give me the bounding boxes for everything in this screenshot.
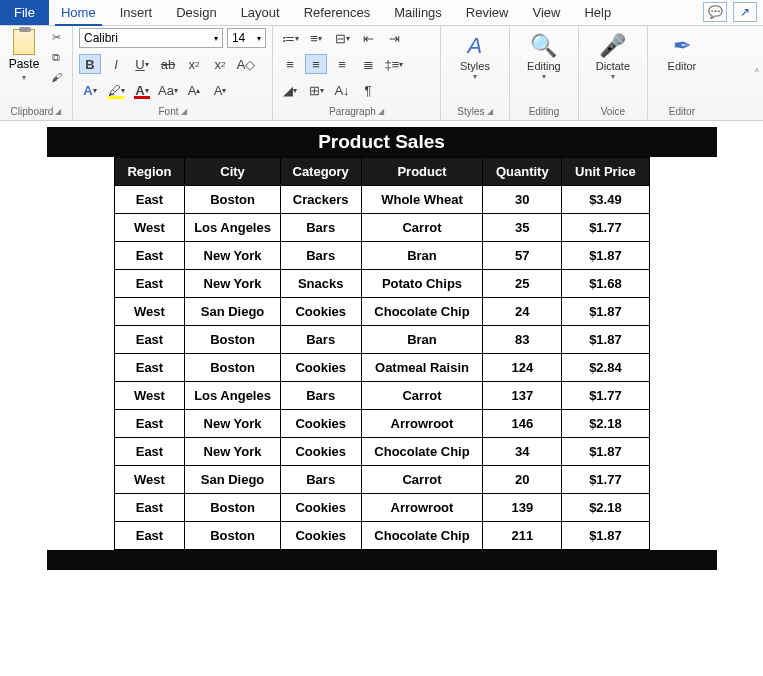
dictate-button[interactable]: 🎤 Dictate ▾ bbox=[585, 28, 641, 81]
justify-button[interactable]: ≣ bbox=[357, 54, 379, 74]
table-cell[interactable]: Carrot bbox=[361, 214, 483, 242]
table-cell[interactable]: 139 bbox=[483, 494, 562, 522]
table-cell[interactable]: $2.18 bbox=[562, 494, 649, 522]
table-cell[interactable]: Boston bbox=[185, 186, 280, 214]
table-cell[interactable]: Cookies bbox=[280, 298, 361, 326]
table-row[interactable]: WestSan DiegoCookiesChocolate Chip24$1.8… bbox=[114, 298, 649, 326]
increase-indent-button[interactable]: ⇥ bbox=[383, 28, 405, 48]
table-cell[interactable]: 34 bbox=[483, 438, 562, 466]
table-cell[interactable]: Boston bbox=[185, 522, 280, 550]
table-cell[interactable]: Bars bbox=[280, 382, 361, 410]
shrink-font-button[interactable]: A▾ bbox=[209, 80, 231, 100]
table-row[interactable]: EastBostonCookiesArrowroot139$2.18 bbox=[114, 494, 649, 522]
table-cell[interactable]: Los Angeles bbox=[185, 214, 280, 242]
table-cell[interactable]: $3.49 bbox=[562, 186, 649, 214]
underline-button[interactable]: U▾ bbox=[131, 54, 153, 74]
tab-layout[interactable]: Layout bbox=[229, 0, 292, 25]
table-cell[interactable]: $1.77 bbox=[562, 214, 649, 242]
table-cell[interactable]: New York bbox=[185, 438, 280, 466]
table-cell[interactable]: Los Angeles bbox=[185, 382, 280, 410]
table-cell[interactable]: Chocolate Chip bbox=[361, 438, 483, 466]
table-cell[interactable]: West bbox=[114, 466, 185, 494]
font-color-button[interactable]: A▾ bbox=[131, 80, 153, 100]
table-row[interactable]: EastNew YorkBarsBran57$1.87 bbox=[114, 242, 649, 270]
table-cell[interactable]: New York bbox=[185, 242, 280, 270]
comments-icon[interactable]: 💬 bbox=[703, 2, 727, 22]
align-center-button[interactable]: ≡ bbox=[305, 54, 327, 74]
change-case-button[interactable]: Aa▾ bbox=[157, 80, 179, 100]
strikethrough-button[interactable]: ab bbox=[157, 54, 179, 74]
line-spacing-button[interactable]: ‡≡▾ bbox=[383, 54, 405, 74]
table-cell[interactable]: Cookies bbox=[280, 410, 361, 438]
table-cell[interactable]: Potato Chips bbox=[361, 270, 483, 298]
table-cell[interactable]: Arrowroot bbox=[361, 410, 483, 438]
tab-mailings[interactable]: Mailings bbox=[382, 0, 454, 25]
table-cell[interactable]: $1.68 bbox=[562, 270, 649, 298]
table-cell[interactable]: New York bbox=[185, 270, 280, 298]
table-cell[interactable]: Cookies bbox=[280, 354, 361, 382]
sort-button[interactable]: A↓ bbox=[331, 80, 353, 100]
table-row[interactable]: EastBostonCrackersWhole Wheat30$3.49 bbox=[114, 186, 649, 214]
tab-help[interactable]: Help bbox=[572, 0, 623, 25]
table-cell[interactable]: $1.87 bbox=[562, 298, 649, 326]
table-cell[interactable]: $2.18 bbox=[562, 410, 649, 438]
table-cell[interactable]: Bars bbox=[280, 326, 361, 354]
table-cell[interactable]: Carrot bbox=[361, 466, 483, 494]
grow-font-button[interactable]: A▴ bbox=[183, 80, 205, 100]
table-cell[interactable]: 137 bbox=[483, 382, 562, 410]
subscript-button[interactable]: x2 bbox=[183, 54, 205, 74]
table-cell[interactable]: 20 bbox=[483, 466, 562, 494]
show-marks-button[interactable]: ¶ bbox=[357, 80, 379, 100]
table-cell[interactable]: Bars bbox=[280, 466, 361, 494]
align-right-button[interactable]: ≡ bbox=[331, 54, 353, 74]
superscript-button[interactable]: x2 bbox=[209, 54, 231, 74]
tab-home[interactable]: Home bbox=[49, 0, 108, 25]
align-left-button[interactable]: ≡ bbox=[279, 54, 301, 74]
table-cell[interactable]: 24 bbox=[483, 298, 562, 326]
table-row[interactable]: EastBostonCookiesChocolate Chip211$1.87 bbox=[114, 522, 649, 550]
table-cell[interactable]: Boston bbox=[185, 326, 280, 354]
table-cell[interactable]: $1.87 bbox=[562, 438, 649, 466]
editor-button[interactable]: ✒ Editor bbox=[654, 28, 710, 72]
table-cell[interactable]: 211 bbox=[483, 522, 562, 550]
tab-file[interactable]: File bbox=[0, 0, 49, 25]
font-size-combo[interactable]: 14▾ bbox=[227, 28, 266, 48]
table-row[interactable]: WestLos AngelesBarsCarrot35$1.77 bbox=[114, 214, 649, 242]
table-cell[interactable]: $1.77 bbox=[562, 382, 649, 410]
table-row[interactable]: WestSan DiegoBarsCarrot20$1.77 bbox=[114, 466, 649, 494]
table-row[interactable]: EastBostonCookiesOatmeal Raisin124$2.84 bbox=[114, 354, 649, 382]
tab-review[interactable]: Review bbox=[454, 0, 521, 25]
table-cell[interactable]: Cookies bbox=[280, 522, 361, 550]
table-cell[interactable]: East bbox=[114, 326, 185, 354]
dialog-launcher-icon[interactable]: ◢ bbox=[55, 107, 61, 116]
table-cell[interactable]: West bbox=[114, 382, 185, 410]
table-cell[interactable]: Boston bbox=[185, 354, 280, 382]
text-effects-button[interactable]: A▾ bbox=[79, 80, 101, 100]
dialog-launcher-icon[interactable]: ◢ bbox=[378, 107, 384, 116]
decrease-indent-button[interactable]: ⇤ bbox=[357, 28, 379, 48]
table-cell[interactable]: Chocolate Chip bbox=[361, 298, 483, 326]
share-icon[interactable]: ↗ bbox=[733, 2, 757, 22]
collapse-ribbon-button[interactable]: ^ bbox=[716, 26, 763, 120]
highlight-button[interactable]: 🖊▾ bbox=[105, 80, 127, 100]
dialog-launcher-icon[interactable]: ◢ bbox=[181, 107, 187, 116]
table-cell[interactable]: Boston bbox=[185, 494, 280, 522]
table-cell[interactable]: East bbox=[114, 438, 185, 466]
paste-button[interactable]: Paste ▾ bbox=[6, 28, 42, 82]
table-cell[interactable]: Chocolate Chip bbox=[361, 522, 483, 550]
shading-button[interactable]: ◢▾ bbox=[279, 80, 301, 100]
tab-view[interactable]: View bbox=[520, 0, 572, 25]
table-cell[interactable]: Oatmeal Raisin bbox=[361, 354, 483, 382]
table-cell[interactable]: East bbox=[114, 186, 185, 214]
table-cell[interactable]: 124 bbox=[483, 354, 562, 382]
table-cell[interactable]: $1.87 bbox=[562, 326, 649, 354]
table-cell[interactable]: East bbox=[114, 354, 185, 382]
cut-button[interactable]: ✂ bbox=[46, 28, 66, 46]
table-cell[interactable]: New York bbox=[185, 410, 280, 438]
table-cell[interactable]: 35 bbox=[483, 214, 562, 242]
table-cell[interactable]: $1.87 bbox=[562, 242, 649, 270]
table-cell[interactable]: 57 bbox=[483, 242, 562, 270]
table-cell[interactable]: Snacks bbox=[280, 270, 361, 298]
table-cell[interactable]: $2.84 bbox=[562, 354, 649, 382]
table-cell[interactable]: West bbox=[114, 214, 185, 242]
